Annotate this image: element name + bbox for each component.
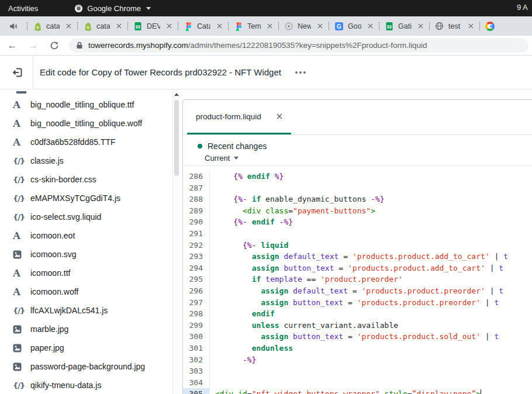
browser-tab[interactable]: scata [77,16,127,36]
sidebar-scrollbar[interactable] [172,89,180,394]
tab-title: Goo [348,22,361,30]
browser-tab[interactable]: DEV [127,16,178,36]
file-tab-product-form[interactable]: product-form.liquid [187,100,291,134]
code-line[interactable]: 293 assign default_text = 'products.prod… [183,251,532,262]
browser-toolbar: ← → towerrecords.myshopify.com/admin/the… [0,36,532,56]
tab-close-icon[interactable] [265,22,274,31]
code-line[interactable]: 290 {%- endif -%} [183,216,532,228]
line-number: 288 [183,193,210,205]
file-item[interactable]: {/}eMAPMXSyTCgGdiT4.js [0,189,181,208]
tab-title: test [448,22,462,30]
code-line[interactable]: 297 assign button_text = 'products.produ… [183,297,532,309]
exit-code-editor-button[interactable] [11,65,25,80]
code-line[interactable]: 302 -%} [183,354,532,366]
browser-tab[interactable]: GGoo [329,16,379,36]
code-line[interactable]: 301 endunless [183,343,532,354]
code-line[interactable]: 287 [183,182,532,194]
code-line[interactable]: 299 unless current_variant.available [183,320,532,331]
file-item[interactable]: Ac0df3a6b528fdd85.TTF [0,133,181,151]
forward-button[interactable]: → [25,37,42,54]
file-item[interactable]: password-page-background.jpg [0,357,181,376]
tab-close-icon[interactable] [114,22,123,31]
tab-close-icon[interactable] [64,22,73,31]
code-line[interactable]: 295 if template == 'product.preorder' [183,274,532,285]
more-actions-button[interactable] [293,69,308,76]
tab-title: New [298,22,311,30]
file-item[interactable]: {/}cs-skin-border.css [0,170,181,189]
browser-tab[interactable]: scata [27,16,77,36]
url-path: /admin/themes/122208190535?key=snippets%… [188,41,427,50]
tab-close-icon[interactable] [416,22,425,31]
audio-speaker-icon[interactable] [0,16,27,36]
code-line[interactable]: 288 {%- if enable_dynamic_buttons -%} [183,193,532,205]
code-text: -%} [210,354,532,366]
code-line[interactable]: 291 [183,228,532,240]
code-line[interactable]: 298 endif [183,308,532,320]
code-line[interactable]: 292 {%- liquid [183,240,532,251]
code-line[interactable]: 304 [183,377,532,389]
code-line[interactable]: 296 assign default_text = 'products.prod… [183,285,532,297]
file-name: lfcAXLwjkDALc541.js [30,306,108,315]
app-menu[interactable]: Google Chrome [74,4,151,13]
file-item[interactable]: Aicomoon.eot [0,226,181,245]
code-line[interactable]: 286 {% endif %} [183,171,532,182]
shopify-favicon-icon: s [33,22,42,31]
file-item[interactable]: {/}qikify-tmenu-data.js [0,376,181,394]
line-number: 295 [183,274,210,285]
tab-close-icon[interactable] [215,22,224,31]
code-text: assign button_text = 'products.product.p… [210,297,532,309]
file-item[interactable]: Abig_noodle_titling_oblique.ttf [0,95,181,114]
code-line[interactable]: 303 [183,365,532,377]
figma-favicon-icon [234,22,243,31]
tab-close-icon[interactable] [315,22,324,31]
line-number: 289 [183,205,210,217]
file-item[interactable]: icomoon.svg [0,245,181,264]
tab-close-icon[interactable] [466,22,475,31]
header-divider [33,56,33,89]
code-line[interactable]: 300 assign button_text = 'products.produ… [183,331,532,343]
shopify-favicon-icon: s [83,22,92,31]
browser-tab[interactable]: Gati [379,16,429,36]
reload-button[interactable] [46,37,63,54]
file-tab-label: product-form.liquid [196,112,261,121]
version-dropdown[interactable]: Current [205,154,532,163]
activities-button[interactable]: Activities [8,4,38,13]
scrollbar-thumb[interactable] [174,100,179,176]
clock[interactable]: 9 A [517,3,528,12]
browser-tab[interactable]: New [278,16,329,36]
line-number: 290 [183,216,210,228]
tab-close-icon[interactable] [365,22,375,31]
code-text: assign button_text = 'products.product.a… [210,262,532,274]
chrome-logo-icon [74,4,83,13]
code-file-icon: {/} [13,194,30,203]
code-line[interactable]: 294 assign button_text = 'products.produ… [183,262,532,274]
scroll-up-arrow-icon[interactable] [174,93,179,96]
browser-tab-strip: scatascataDEVCataTemNewGGooGatitest [0,16,532,36]
tab-title: Gati [398,22,412,30]
file-item[interactable]: Abig_noodle_titling_oblique.woff [0,114,181,133]
tab-close-icon[interactable] [164,22,174,31]
page-title: Edit code for Copy of Tower Records prd0… [40,67,281,77]
browser-tab[interactable]: Cata [178,16,228,36]
code-editor-textarea[interactable]: 286 {% endif %}287288 {%- if enable_dyna… [183,166,532,394]
file-item[interactable]: Aicomoon.woff [0,282,181,301]
code-line[interactable]: 305<div id="nft-widget-buttons-wrapper" … [183,388,532,394]
file-item[interactable]: {/}lfcAXLwjkDALc541.js [0,301,181,320]
close-icon[interactable] [277,113,282,119]
back-button[interactable]: ← [4,37,21,54]
browser-tab[interactable]: Tem [228,16,278,36]
line-number: 303 [183,365,210,377]
line-number: 302 [183,354,210,366]
file-item[interactable]: {/}ico-select.svg.liquid [0,208,181,226]
browser-tab[interactable] [479,16,530,36]
file-item[interactable]: paper.jpg [0,338,181,357]
file-item[interactable]: marble.jpg [0,320,181,338]
browser-tab[interactable]: test [429,16,479,36]
file-item[interactable]: Aicomoon.ttf [0,264,181,282]
code-line[interactable]: 289 <div class="payment-buttons"> [183,205,532,217]
font-file-icon: A [13,117,30,129]
file-item[interactable]: {/}classie.js [0,151,181,170]
tab-title: cata [46,22,60,30]
address-bar[interactable]: towerrecords.myshopify.com/admin/themes/… [69,38,528,53]
code-text [210,228,532,240]
